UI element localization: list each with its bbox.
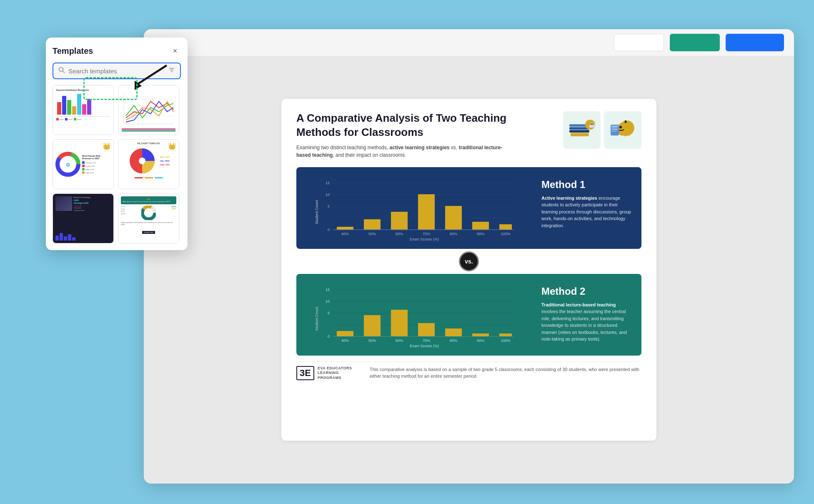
- svg-text:90%: 90%: [477, 232, 484, 236]
- method2-description: Traditional lecture-based teaching invol…: [541, 301, 633, 343]
- infographic-panel: A Comparative Analysis of Two Teaching M…: [281, 99, 656, 441]
- crown-badge-purple: 👑: [168, 142, 176, 150]
- toolbar: [144, 29, 794, 56]
- method1-info: Method 1 Active learning strategies enco…: [541, 175, 633, 243]
- header-icon-brain: [604, 111, 641, 149]
- svg-text:15: 15: [326, 288, 330, 292]
- svg-text:80%: 80%: [450, 232, 457, 236]
- svg-text:50%: 50%: [368, 232, 376, 236]
- svg-rect-26: [391, 212, 408, 230]
- svg-text:10: 10: [326, 193, 330, 197]
- svg-text:Exam Scores (%): Exam Scores (%): [410, 344, 439, 348]
- main-window: A Comparative Analysis of Two Teaching M…: [144, 29, 794, 484]
- svg-text:Student Count: Student Count: [315, 306, 319, 331]
- template-thumb-bar-chart[interactable]: Expense Distribution Breakdown Item1 Ite…: [53, 85, 114, 135]
- filter-button[interactable]: [168, 67, 175, 75]
- svg-rect-50: [337, 331, 353, 336]
- search-icon: [58, 67, 65, 75]
- toolbar-button-blue[interactable]: [726, 34, 784, 51]
- svg-text:10: 10: [326, 299, 330, 303]
- svg-text:5: 5: [328, 311, 330, 315]
- infographic-footer: 3E EVA EDUCATORS LEARNING PROGRAMS This …: [296, 361, 641, 381]
- svg-point-88: [147, 211, 151, 215]
- svg-rect-12: [611, 129, 618, 130]
- close-button[interactable]: ×: [169, 45, 181, 57]
- svg-rect-3: [571, 133, 589, 136]
- svg-line-67: [63, 71, 65, 73]
- infographic-subtitle: Examining two distinct teaching methods,…: [296, 144, 513, 159]
- templates-panel: Templates × Expense Distribution Breakdo…: [46, 38, 188, 250]
- svg-point-84: [139, 158, 145, 164]
- infographic-main-title: A Comparative Analysis of Two Teaching M…: [296, 111, 513, 140]
- method1-description: Active learning strategies encourage stu…: [541, 195, 633, 229]
- logo-line2: LEARNING PROGRAMS: [318, 371, 341, 380]
- template-thumb-pie[interactable]: 👑 PIE CHART TEMPLATE MAY: 20% JUL: 50% J…: [118, 139, 179, 189]
- template-thumb-line-chart[interactable]: [118, 85, 179, 135]
- template-grid: Expense Distribution Breakdown Item1 Ite…: [53, 85, 181, 243]
- svg-rect-0: [569, 130, 589, 133]
- method2-info: Method 2 Traditional lecture-based teach…: [541, 281, 633, 350]
- svg-text:40%: 40%: [341, 232, 349, 236]
- template-thumb-dark-pres[interactable]: Business Consulting Agile Paradigm Shift…: [53, 193, 114, 243]
- svg-text:70%: 70%: [423, 232, 430, 236]
- infographic-header: A Comparative Analysis of Two Teaching M…: [296, 111, 641, 159]
- footer-logo: 3E EVA EDUCATORS LEARNING PROGRAMS: [296, 366, 363, 381]
- svg-rect-51: [364, 315, 381, 336]
- svg-text:Student Count: Student Count: [315, 200, 319, 224]
- svg-rect-11: [611, 128, 617, 128]
- svg-text:0: 0: [328, 334, 330, 339]
- infographic-title: A Comparative Analysis of Two Teaching M…: [296, 111, 513, 159]
- svg-text:100%: 100%: [501, 232, 510, 236]
- logo-line1: EVA EDUCATORS: [318, 366, 352, 370]
- svg-text:80%: 80%: [450, 339, 457, 343]
- search-bar[interactable]: [53, 63, 181, 79]
- svg-text:60%: 60%: [396, 339, 403, 343]
- panel-header: Templates ×: [53, 45, 181, 57]
- svg-text:70%: 70%: [423, 339, 430, 343]
- svg-text:40%: 40%: [341, 339, 349, 343]
- vs-badge: vs.: [296, 251, 641, 271]
- vs-label: vs.: [465, 258, 473, 265]
- svg-text:5: 5: [328, 204, 330, 208]
- footer-note: This comparative analysis is based on a …: [370, 366, 641, 380]
- search-input[interactable]: [68, 68, 165, 75]
- svg-rect-56: [499, 333, 512, 336]
- method1-title: Method 1: [541, 179, 633, 191]
- svg-text:100%: 100%: [501, 339, 510, 343]
- logo-text: EVA EDUCATORS LEARNING PROGRAMS: [318, 366, 363, 381]
- method2-chart-svg: Student Count 15 10 5 0: [305, 281, 531, 348]
- svg-rect-7: [625, 120, 626, 123]
- method1-chart-svg: Student Count 15 10 5 0: [305, 175, 531, 241]
- svg-rect-25: [364, 219, 381, 230]
- svg-rect-29: [472, 222, 489, 230]
- svg-text:90%: 90%: [477, 339, 484, 343]
- vs-circle: vs.: [459, 251, 479, 271]
- method2-title: Method 2: [541, 286, 633, 297]
- crown-badge-gold: 👑: [103, 142, 111, 150]
- header-icon-books: ☕: [563, 111, 601, 149]
- svg-text:60%: 60%: [396, 232, 403, 236]
- svg-rect-28: [445, 206, 462, 230]
- svg-point-8: [619, 126, 622, 128]
- svg-rect-10: [611, 126, 618, 127]
- template-thumb-infographic[interactable]: O3 What type of visual content did you u…: [118, 193, 179, 243]
- svg-rect-52: [391, 310, 408, 336]
- header-icons: ☕: [563, 111, 641, 149]
- panel-title: Templates: [53, 46, 93, 56]
- toolbar-button-white[interactable]: [614, 34, 664, 51]
- toolbar-button-green[interactable]: [670, 34, 720, 51]
- svg-rect-55: [472, 333, 489, 336]
- svg-text:Exam Scores (%): Exam Scores (%): [410, 237, 439, 241]
- svg-text:15: 15: [326, 181, 330, 185]
- svg-text:50%: 50%: [368, 339, 376, 343]
- template-thumb-donut[interactable]: 👑 🌐 Most Popular WebBrowsers in 2023: [53, 139, 114, 189]
- svg-rect-30: [499, 224, 512, 230]
- svg-rect-24: [337, 227, 353, 230]
- method1-chart-block: Student Count 15 10 5 0: [296, 167, 641, 249]
- svg-text:☕: ☕: [589, 121, 596, 128]
- svg-text:🌐: 🌐: [66, 163, 70, 167]
- svg-rect-53: [418, 323, 435, 336]
- svg-text:0: 0: [328, 228, 330, 232]
- content-area: A Comparative Analysis of Two Teaching M…: [144, 56, 794, 484]
- svg-rect-27: [418, 194, 435, 230]
